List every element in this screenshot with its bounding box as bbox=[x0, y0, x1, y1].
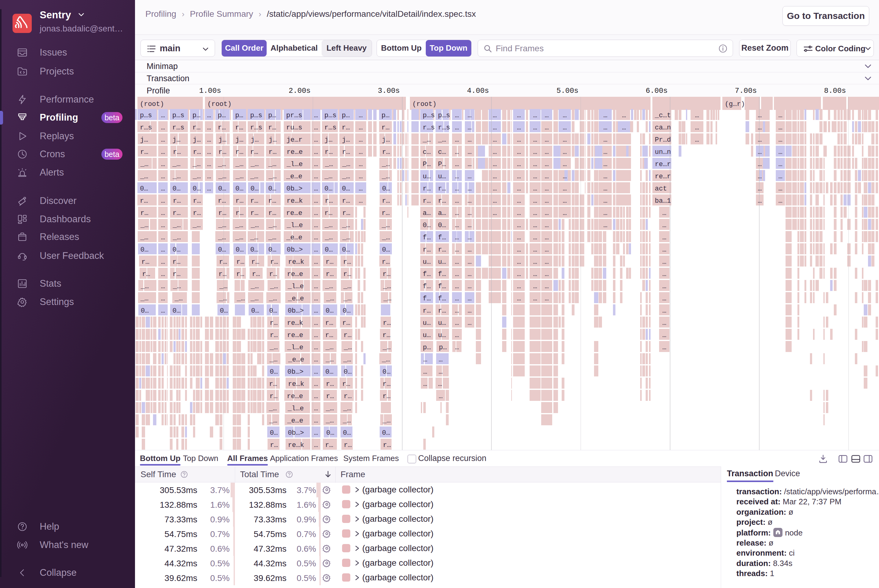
svg-text:…: … bbox=[493, 112, 497, 119]
svg-text:pr…s: pr…s bbox=[286, 112, 302, 119]
svg-text:0…: 0… bbox=[269, 246, 276, 254]
svg-text:0…: 0… bbox=[141, 307, 149, 315]
svg-text:r…: r… bbox=[342, 197, 350, 205]
svg-text:…: … bbox=[314, 405, 318, 412]
svg-text:r…: r… bbox=[192, 124, 200, 132]
svg-text:u…: u… bbox=[423, 173, 431, 180]
svg-text:r…: r… bbox=[219, 270, 227, 278]
svg-text:re…r: re…r bbox=[655, 160, 671, 168]
svg-text:_…: _… bbox=[172, 173, 180, 180]
svg-text:…: … bbox=[359, 148, 362, 156]
svg-text:…: … bbox=[533, 246, 537, 254]
svg-text:un…n: un…n bbox=[655, 148, 671, 156]
svg-text:…: … bbox=[545, 246, 548, 254]
svg-text:_…: _… bbox=[250, 295, 258, 303]
svg-text:r…: r… bbox=[236, 197, 243, 205]
svg-text:…: … bbox=[517, 185, 521, 193]
svg-text:_…: _… bbox=[218, 234, 226, 242]
svg-text:_…: _… bbox=[383, 283, 391, 290]
svg-text:r…: r… bbox=[383, 441, 391, 449]
svg-text:0…: 0… bbox=[250, 246, 258, 254]
svg-text:re…k: re…k bbox=[288, 380, 304, 388]
svg-text:r…: r… bbox=[173, 148, 181, 156]
svg-text:r…: r… bbox=[383, 320, 391, 327]
svg-text:_…: _… bbox=[268, 234, 276, 242]
svg-text:p…s: p…s bbox=[423, 112, 435, 119]
svg-text:r…: r… bbox=[270, 320, 278, 327]
svg-text:…: … bbox=[455, 320, 459, 327]
svg-text:…: … bbox=[423, 356, 427, 364]
svg-text:r…: r… bbox=[382, 332, 390, 339]
svg-text:r…: r… bbox=[269, 380, 277, 388]
svg-text:f…: f… bbox=[423, 283, 431, 290]
svg-text:_…: _… bbox=[326, 417, 334, 424]
svg-text:_…: _… bbox=[140, 295, 149, 303]
svg-text:…: … bbox=[161, 112, 165, 119]
svg-text:…: … bbox=[758, 160, 762, 168]
svg-text:_…: _… bbox=[343, 417, 351, 424]
svg-text:…: … bbox=[533, 185, 537, 193]
svg-text:…: … bbox=[545, 222, 548, 229]
svg-text:u…: u… bbox=[423, 258, 431, 266]
svg-text:…: … bbox=[533, 124, 537, 132]
svg-text:r…: r… bbox=[140, 148, 148, 156]
svg-text:…: … bbox=[455, 344, 459, 351]
svg-text:_…: _… bbox=[342, 173, 350, 180]
svg-text:…: … bbox=[455, 136, 459, 144]
svg-text:(root): (root) bbox=[207, 100, 231, 108]
svg-text:_…: _… bbox=[324, 173, 332, 180]
svg-text:r…: r… bbox=[250, 148, 258, 156]
svg-text:0…: 0… bbox=[140, 185, 148, 193]
svg-text:r…: r… bbox=[269, 270, 277, 278]
svg-text:…: … bbox=[314, 270, 318, 278]
svg-text:…: … bbox=[467, 307, 472, 315]
svg-text:r…: r… bbox=[236, 258, 244, 266]
svg-text:(g…r): (g…r) bbox=[725, 100, 745, 108]
svg-text:_…: _… bbox=[174, 295, 183, 303]
svg-text:r…s: r…s bbox=[423, 124, 435, 132]
svg-text:j…: j… bbox=[140, 136, 148, 144]
svg-text:…: … bbox=[603, 173, 607, 180]
svg-text:…: … bbox=[517, 136, 521, 144]
svg-text:r…: r… bbox=[269, 393, 277, 400]
svg-text:…: … bbox=[493, 136, 497, 144]
svg-text:…: … bbox=[662, 307, 666, 315]
svg-text:r…: r… bbox=[268, 209, 276, 217]
svg-text:r…: r… bbox=[325, 332, 333, 339]
svg-text:r…: r… bbox=[438, 307, 446, 315]
svg-text:p…s: p…s bbox=[172, 112, 185, 119]
svg-text:_…: _… bbox=[382, 234, 390, 242]
svg-text:_…: _… bbox=[326, 405, 334, 412]
svg-text:0b…>: 0b…> bbox=[288, 429, 304, 437]
svg-text:_…: _… bbox=[235, 160, 243, 168]
svg-text:_…: _… bbox=[343, 356, 351, 364]
svg-text:0…: 0… bbox=[325, 368, 333, 376]
svg-text:…: … bbox=[161, 136, 165, 144]
svg-text:…: … bbox=[695, 136, 699, 144]
svg-text:…: … bbox=[533, 136, 537, 144]
svg-text:re…r: re…r bbox=[655, 173, 671, 180]
svg-text:P…: P… bbox=[423, 160, 431, 168]
svg-text:…: … bbox=[314, 136, 318, 144]
svg-text:_…: _… bbox=[269, 405, 277, 412]
svg-text:p…: p… bbox=[382, 112, 389, 119]
svg-text:f…: f… bbox=[423, 295, 431, 303]
svg-text:r…: r… bbox=[193, 197, 201, 205]
svg-text:_e…e: _e…e bbox=[288, 356, 304, 364]
svg-text:…: … bbox=[314, 429, 318, 437]
svg-text:_l…e: _l…e bbox=[286, 160, 303, 168]
svg-text:…: … bbox=[314, 222, 318, 229]
svg-text:c…: c… bbox=[438, 148, 446, 156]
svg-text:…: … bbox=[438, 380, 442, 388]
svg-text:0b…>: 0b…> bbox=[287, 246, 303, 254]
svg-text:Pr…d: Pr…d bbox=[655, 136, 671, 144]
svg-text:…: … bbox=[533, 148, 537, 156]
svg-text:0b…>: 0b…> bbox=[287, 185, 303, 193]
svg-text:_…: _… bbox=[325, 160, 333, 168]
svg-text:…: … bbox=[662, 234, 666, 242]
svg-text:…: … bbox=[314, 332, 318, 339]
svg-text:r…: r… bbox=[344, 332, 352, 339]
svg-text:r…s: r…s bbox=[172, 124, 185, 132]
svg-text:r…: r… bbox=[342, 124, 350, 132]
svg-text:…: … bbox=[603, 148, 607, 156]
